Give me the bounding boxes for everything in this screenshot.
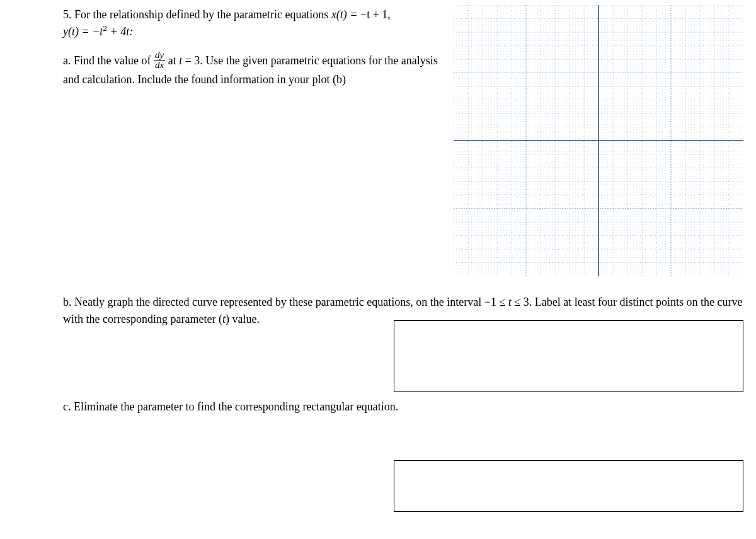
yt-rhs-a: −t bbox=[92, 25, 103, 38]
graph-grid bbox=[454, 5, 743, 276]
frac-den: dx bbox=[154, 61, 165, 70]
part-a: a. Find the value of dydx at t = 3. Use … bbox=[63, 52, 454, 88]
part-c-text: Eliminate the parameter to find the corr… bbox=[74, 400, 398, 413]
yt-rhs-b: + 4t: bbox=[107, 25, 133, 38]
part-c: c. Eliminate the parameter to find the c… bbox=[63, 398, 743, 415]
part-a-before: Find the value of bbox=[74, 54, 154, 67]
xt-lhs: x(t) = bbox=[331, 8, 360, 21]
part-b-label: b. bbox=[63, 296, 72, 308]
answer-box-c bbox=[394, 460, 743, 512]
part-a-label: a. bbox=[63, 54, 71, 67]
frac-num: dy bbox=[154, 50, 165, 61]
intro-text: For the relationship defined by the para… bbox=[74, 8, 331, 21]
part-b-after: ) value. bbox=[226, 313, 260, 325]
answer-box-b bbox=[394, 320, 743, 392]
part-c-label: c. bbox=[63, 400, 71, 413]
part-a-after1: at bbox=[165, 54, 179, 67]
question-intro: 5. For the relationship defined by the p… bbox=[63, 6, 454, 40]
dy-dx-fraction: dydx bbox=[154, 50, 165, 70]
yt-lhs: y(t) = bbox=[63, 25, 92, 38]
part-b-before: Neatly graph the directed curve represen… bbox=[74, 296, 508, 308]
question-number: 5. bbox=[63, 8, 72, 21]
xt-rhs: −t + 1, bbox=[360, 8, 391, 21]
